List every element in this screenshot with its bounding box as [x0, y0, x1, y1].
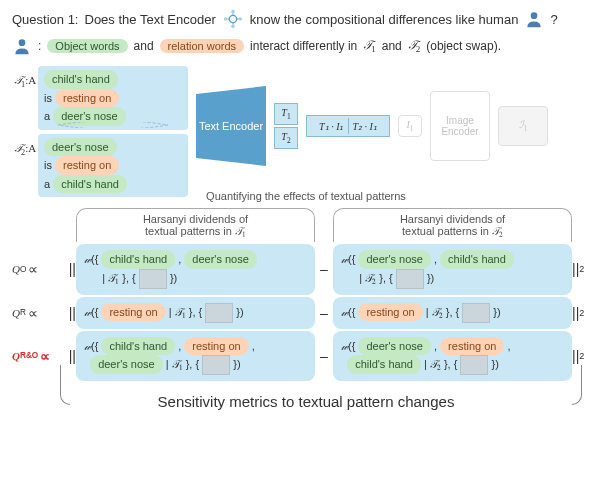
svg-point-0 — [229, 15, 236, 22]
object-word: child's hand — [53, 175, 127, 194]
relation-word: resting on — [55, 89, 119, 108]
encoder-icon — [222, 8, 244, 30]
swap-arrows-icon — [38, 122, 188, 128]
object-words-pill: Object words — [47, 39, 127, 53]
image-placeholder-icon — [462, 303, 490, 323]
question-label: Question 1: — [12, 12, 79, 27]
and-text: and — [134, 39, 154, 53]
qro-row: QR&O∝ || 𝓌({ child's hand , resting on ,… — [12, 331, 600, 382]
t2-symbol: 𝒯2 — [408, 38, 421, 54]
qr-left: 𝓌({ resting on | 𝒯₁ }, { }) — [76, 297, 315, 329]
qr-right: 𝓌({ resting on | 𝒯₂ }, { }) — [333, 297, 572, 329]
t1-input-box: 𝒯1:A child's hand is resting on a deer's… — [38, 66, 188, 130]
t1-symbol: 𝒯1 — [363, 38, 376, 54]
svg-point-10 — [19, 39, 26, 46]
image-placeholder-icon — [205, 303, 233, 323]
and-text: and — [382, 39, 402, 53]
image-placeholder-icon — [139, 269, 167, 289]
image-placeholder-icon — [202, 355, 230, 375]
human-icon — [524, 9, 544, 29]
qro-right: 𝓌({ deer's nose , resting on , child's h… — [333, 331, 572, 382]
text-encoder-block: Text Encoder — [196, 86, 266, 166]
question-text-a: Does the Text Encoder — [85, 12, 216, 27]
svg-point-4 — [238, 17, 242, 21]
t2-input-box: 𝒯2:A deer's nose is resting on a child's… — [38, 134, 188, 198]
qo-right: 𝓌({ deer's nose , child's hand | 𝒯₂ }, {… — [333, 244, 572, 295]
object-word: deer's nose — [44, 138, 117, 157]
i1-embedding-faded: I1 — [398, 115, 422, 137]
t1-embedding: T1 — [274, 103, 298, 125]
human-answer: : Object words and relation words intera… — [12, 36, 600, 56]
interact-text: interact differently in — [250, 39, 357, 53]
pipeline-diagram: 𝒯1:A child's hand is resting on a deer's… — [12, 66, 600, 186]
svg-point-3 — [224, 17, 228, 21]
metrics-table: Harsanyi dividends oftextual patterns in… — [12, 208, 600, 381]
swap-text: (object swap). — [426, 39, 501, 53]
image-placeholder-icon — [396, 269, 424, 289]
question-text-b: know the compositional differences like … — [250, 12, 519, 27]
col-header-t1: Harsanyi dividends oftextual patterns in… — [76, 208, 315, 242]
svg-point-9 — [531, 12, 538, 19]
col-header-t2: Harsanyi dividends oftextual patterns in… — [333, 208, 572, 242]
relation-words-pill: relation words — [160, 39, 244, 53]
qro-left: 𝓌({ child's hand , resting on , deer's n… — [76, 331, 315, 382]
svg-point-2 — [231, 25, 235, 29]
colon: : — [38, 39, 41, 53]
image-encoder-faded: Image Encoder — [430, 91, 490, 161]
qr-row: QR ∝ || 𝓌({ resting on | 𝒯₁ }, { }) – 𝓌(… — [12, 297, 600, 329]
human-icon — [12, 36, 32, 56]
qo-left: 𝓌({ child's hand , deer's nose | 𝒯₁ }, {… — [76, 244, 315, 295]
object-word: child's hand — [44, 70, 118, 89]
question-header: Question 1: Does the Text Encoder know t… — [12, 8, 600, 30]
qo-row: QO ∝ || 𝓌({ child's hand , deer's nose |… — [12, 244, 600, 295]
t2-embedding: T2 — [274, 127, 298, 149]
relation-word: resting on — [55, 156, 119, 175]
image-placeholder-icon — [460, 355, 488, 375]
question-end: ? — [550, 12, 557, 27]
svg-point-1 — [231, 10, 235, 14]
input-image-faded: ℐ1 — [498, 106, 548, 146]
dot-product-box: T₁ · I₁ T₂ · I₁ — [306, 115, 390, 137]
footer-caption: Sensitivity metrics to textual pattern c… — [12, 393, 600, 410]
